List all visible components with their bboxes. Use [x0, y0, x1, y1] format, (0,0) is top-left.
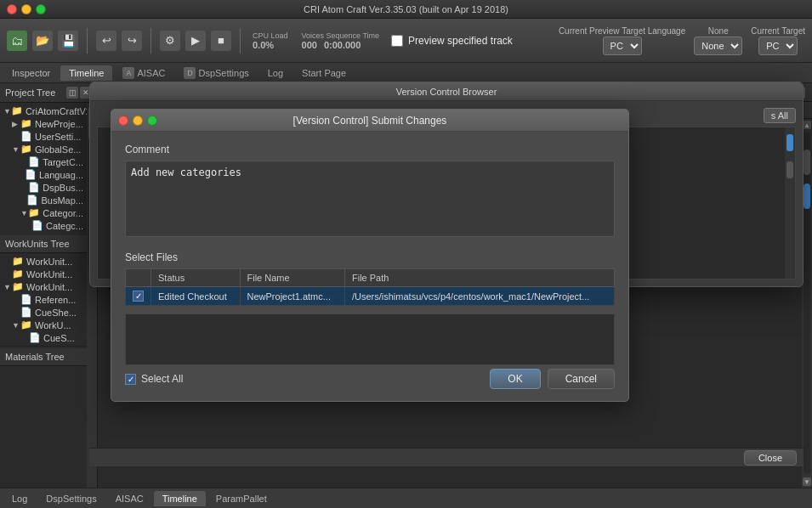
select-all-checkbox[interactable]: ✓	[125, 374, 136, 385]
voices-stats: Voices Sequence Time 000 0:00.000	[302, 31, 380, 50]
tree-item-workunit3[interactable]: ▼ 📁 WorkUnit...	[0, 280, 87, 293]
new-file-icon[interactable]: 🗂	[7, 31, 27, 51]
tab-inspector[interactable]: Inspector	[3, 65, 59, 81]
bottom-tab-parampallet[interactable]: ParamPallet	[207, 491, 275, 506]
col-status: Status	[151, 269, 241, 287]
tree-item-categor[interactable]: ▼ 📁 Categor...	[0, 206, 87, 219]
tree-item-workunit2[interactable]: 📁 WorkUnit...	[0, 268, 87, 280]
left-panel: Project Tree ◫ ✕ ▼ 📁 CriAtomCraftV2Root …	[0, 83, 98, 488]
tab-log[interactable]: Log	[259, 65, 292, 81]
project-tree-expand-icon[interactable]: ◫	[66, 87, 78, 99]
tab-startpage[interactable]: Start Page	[293, 65, 355, 81]
window-controls[interactable]	[7, 4, 46, 14]
play-icon[interactable]: ▶	[185, 31, 206, 51]
files-table: Status File Name File Path ✓ Edited Chec…	[125, 268, 615, 306]
window-title: CRI Atom Craft Ver.3.35.03 (built on Apr…	[304, 4, 508, 14]
vcb-titlebar: Version Control Browser	[90, 82, 803, 101]
tree-item-referen[interactable]: 📄 Referen...	[0, 293, 87, 306]
scroll-down-btn[interactable]: ▼	[803, 477, 811, 486]
submit-maximize-button[interactable]	[147, 116, 157, 126]
settings-icon[interactable]: ⚙	[160, 31, 180, 51]
row-checkbox[interactable]: ✓	[133, 291, 144, 302]
tree-item-cues[interactable]: 📄 CueS...	[0, 331, 87, 344]
tree-item-busmap[interactable]: 📄 BusMap...	[0, 194, 87, 206]
tree-item-dspbus[interactable]: 📄 DspBus...	[0, 181, 87, 194]
open-icon[interactable]: 📂	[32, 31, 53, 51]
submit-minimize-button[interactable]	[133, 116, 143, 126]
col-filepath: File Path	[344, 269, 614, 287]
submit-footer: ✓ Select All OK Cancel	[125, 369, 615, 389]
tree-item-workunit1[interactable]: 📁 WorkUnit...	[0, 255, 87, 268]
scroll-up-btn[interactable]: ▲	[803, 121, 811, 129]
save-icon[interactable]: 💾	[58, 31, 78, 51]
vcb-close-button[interactable]: Close	[744, 450, 797, 466]
current-target-select[interactable]: PC	[758, 37, 798, 55]
row-status: Edited Checkout	[151, 287, 241, 306]
tree-item-newproj[interactable]: ▶ 📁 NewProje...	[0, 117, 87, 130]
preview-section: Preview specified track	[391, 35, 513, 47]
submit-dialog: [Version Control] Submit Changes Comment…	[111, 109, 629, 402]
submit-close-button[interactable]	[118, 116, 128, 126]
stop-icon[interactable]: ■	[211, 31, 231, 51]
select-all-label: Select All	[141, 373, 183, 385]
undo-icon[interactable]: ↩	[96, 31, 116, 51]
bottom-tab-timeline[interactable]: Timeline	[154, 491, 206, 506]
cancel-button[interactable]: Cancel	[548, 369, 615, 389]
tree-item-root[interactable]: ▼ 📁 CriAtomCraftV2Root	[0, 104, 87, 117]
project-tree-content: ▼ 📁 CriAtomCraftV2Root ▶ 📁 NewProje... 📄…	[0, 103, 87, 234]
tree-item-worku[interactable]: ▼ 📁 WorkU...	[0, 319, 87, 331]
project-tree-header: Project Tree ◫ ✕	[0, 83, 97, 103]
select-all-area: ✓ Select All	[125, 373, 183, 385]
scroll-track[interactable]	[803, 133, 810, 474]
vcb-scrollbar[interactable]	[785, 127, 795, 279]
aisac-icon: A	[122, 67, 134, 79]
vcb-all-button[interactable]: s All	[764, 108, 796, 123]
submit-titlebar: [Version Control] Submit Changes	[111, 110, 628, 132]
tree-item-categc[interactable]: 📄 Categc...	[0, 219, 87, 232]
bottom-tab-log[interactable]: Log	[3, 491, 36, 506]
tab-aisac[interactable]: A AISAC	[114, 65, 173, 82]
bottom-tab-aisac[interactable]: AISAC	[107, 491, 152, 506]
materials-tree-header: Materials Tree	[0, 348, 87, 366]
materials-section: Materials Tree	[0, 346, 87, 366]
minimize-button[interactable]	[21, 4, 31, 14]
scroll-thumb[interactable]	[803, 150, 810, 175]
redo-icon[interactable]: ↪	[122, 31, 142, 51]
submit-window-controls[interactable]	[118, 116, 157, 126]
language-none-select[interactable]: None	[694, 37, 742, 55]
submit-dialog-title: [Version Control] Submit Changes	[293, 115, 447, 127]
top-tabs-row: Inspector Timeline A AISAC D DspSettings…	[0, 63, 812, 83]
col-filename: File Name	[240, 269, 344, 287]
toolbar-divider-3	[240, 28, 241, 54]
maximize-button[interactable]	[36, 4, 46, 14]
tab-dspsettings[interactable]: D DspSettings	[175, 65, 257, 82]
close-button[interactable]	[7, 4, 17, 14]
comment-textarea[interactable]: Add new categories	[125, 161, 615, 237]
tree-item-targetc[interactable]: 📄 TargetC...	[0, 155, 87, 168]
toolbar-divider-2	[150, 28, 151, 54]
bottom-tabs-row: Log DspSettings AISAC Timeline ParamPall…	[0, 488, 812, 508]
tree-item-languag[interactable]: 📄 Languag...	[0, 168, 87, 181]
scroll-thumb-blue[interactable]	[803, 183, 810, 209]
preview-language-select[interactable]: PC	[603, 37, 642, 55]
tree-item-cueshe[interactable]: 📄 CueShe...	[0, 306, 87, 319]
col-checkbox	[126, 269, 151, 287]
vcb-scroll-thumb-gray[interactable]	[786, 161, 793, 178]
toolbar-divider-1	[87, 28, 88, 54]
preview-label: Preview specified track	[408, 35, 513, 47]
footer-buttons: OK Cancel	[490, 369, 615, 389]
tab-timeline[interactable]: Timeline	[60, 65, 112, 81]
table-row: ✓ Edited Checkout NewProject1.atmc... /U…	[126, 287, 615, 306]
cpu-stats: CPU Load 0.0%	[253, 31, 288, 50]
tree-item-globalse[interactable]: ▼ 📁 GlobalSe...	[0, 143, 87, 155]
select-files-label: Select Files	[125, 251, 615, 263]
ok-button[interactable]: OK	[490, 369, 540, 389]
tree-item-usersetti[interactable]: 📄 UserSetti...	[0, 130, 87, 143]
vcb-footer: Close	[89, 448, 803, 466]
vcb-scroll-thumb-blue[interactable]	[786, 134, 793, 151]
preview-checkbox[interactable]	[391, 35, 403, 47]
work-units-header: WorkUnits Tree	[0, 235, 87, 253]
work-units-tree: 📁 WorkUnit... 📁 WorkUnit... ▼ 📁 WorkUnit…	[0, 253, 87, 346]
row-checkbox-cell[interactable]: ✓	[126, 287, 151, 306]
bottom-tab-dspsettings[interactable]: DspSettings	[37, 491, 105, 506]
